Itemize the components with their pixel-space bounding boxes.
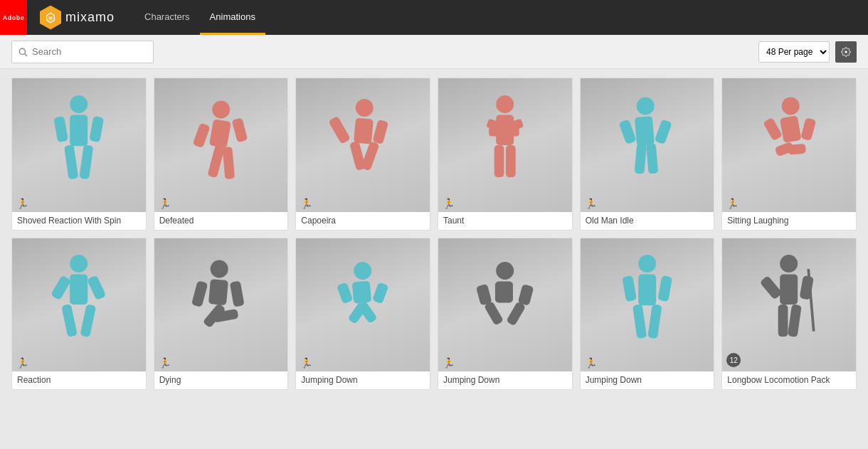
svg-rect-39 [801,117,817,141]
character-figure [742,251,835,358]
search-row: 48 Per page [0,35,868,69]
grid-item[interactable]: 🏃 Old Man Idle [580,78,715,231]
search-input[interactable] [32,46,147,57]
run-icon: 🏃 [443,357,455,369]
animation-thumbnail: 🏃 [581,78,714,212]
animation-label: Longbow Locomotion Pack [722,371,856,389]
svg-rect-18 [354,117,374,144]
nav-characters[interactable]: Characters [134,0,200,35]
svg-point-42 [70,255,88,273]
grid-item[interactable]: 🏃 Jumping Down [295,238,430,391]
svg-rect-14 [231,117,248,142]
svg-rect-67 [638,275,656,306]
animation-label: Reaction [12,371,146,389]
svg-point-72 [780,255,798,273]
svg-point-30 [636,97,654,115]
character-figure [458,251,551,358]
animation-label: Shoved Reaction With Spin [12,212,146,230]
svg-rect-65 [506,302,526,327]
svg-rect-29 [506,145,516,177]
grid-item[interactable]: 🏃 Sitting Laughing [721,78,857,231]
svg-rect-34 [634,143,646,174]
svg-rect-69 [657,275,672,302]
per-page-select[interactable]: 48 Per page [758,41,830,63]
grid-item[interactable]: 🏃 Capoeira [295,78,430,231]
svg-point-66 [638,255,656,273]
svg-point-54 [354,262,372,280]
svg-rect-9 [64,144,78,179]
run-icon: 🏃 [726,198,739,209]
animation-label: Dying [154,371,288,389]
grid-item[interactable]: 🏃 Shoved Reaction With Spin [11,78,147,231]
search-icon [18,47,28,57]
svg-rect-20 [373,119,389,144]
svg-rect-71 [647,305,662,339]
run-icon: 🏃 [300,357,312,369]
animation-thumbnail: 🏃 [12,78,146,212]
animation-label: Taunt [438,212,572,230]
svg-rect-73 [780,275,798,305]
search-container [11,41,154,63]
svg-rect-56 [337,282,354,305]
svg-rect-49 [208,279,228,305]
svg-rect-31 [635,116,655,146]
svg-rect-7 [53,116,68,142]
run-icon: 🏃 [300,198,312,209]
svg-rect-19 [329,116,351,144]
animation-thumbnail: 🏃 [12,238,146,372]
character-figure [32,251,125,358]
run-icon: 🏃 [443,198,455,209]
svg-rect-28 [494,145,504,177]
character-figure [174,92,268,199]
svg-rect-41 [788,144,806,155]
svg-rect-37 [780,115,802,143]
animation-thumbnail: 🏃 [154,238,288,372]
grid-item[interactable]: 🏃 Jumping Down [438,238,573,391]
main-nav: Characters Animations [134,0,265,35]
animation-thumbnail: 🏃 [438,238,572,372]
svg-rect-8 [89,116,104,142]
svg-rect-33 [654,119,672,144]
grid-item[interactable]: 🏃 Jumping Down [580,238,715,391]
animation-thumbnail: 🏃 [296,78,430,212]
character-figure [458,92,551,199]
adobe-logo: Adobe [0,0,27,35]
grid-item[interactable]: 🏃 Reaction [11,238,147,391]
right-controls: 48 Per page [758,41,857,63]
svg-rect-27 [489,127,519,137]
svg-point-4 [845,51,847,53]
character-figure [600,251,694,358]
character-figure [600,92,694,199]
grid-item[interactable]: 🏃 Defeated [154,78,289,231]
animation-label: Jumping Down [438,371,572,389]
nav-animations[interactable]: Animations [200,0,265,35]
settings-button[interactable] [835,41,857,63]
grid-item[interactable]: 12 Longbow Locomotion Pack [721,238,857,391]
svg-rect-45 [87,275,106,301]
svg-rect-6 [70,115,88,146]
svg-point-48 [210,260,228,278]
gear-icon [841,47,851,57]
svg-rect-64 [484,301,504,326]
svg-rect-22 [361,141,380,171]
character-figure [316,251,409,358]
character-figure [32,92,125,199]
mixamo-hex-icon: M [40,6,61,30]
svg-rect-70 [633,305,647,339]
grid-item[interactable]: 🏃 Dying [154,238,289,391]
animation-thumbnail: 🏃 [154,78,288,212]
svg-rect-12 [209,119,231,148]
svg-rect-51 [230,281,245,307]
svg-text:M: M [48,15,53,20]
grid-item[interactable]: 🏃 Taunt [438,78,573,231]
character-figure [742,92,835,199]
svg-rect-43 [70,275,88,305]
svg-rect-38 [763,117,783,142]
svg-rect-61 [495,282,513,303]
svg-rect-32 [618,119,636,144]
animation-thumbnail: 🏃 [296,238,430,372]
run-icon: 🏃 [16,198,28,209]
animation-thumbnail: 12 [722,238,856,372]
svg-rect-55 [352,281,372,304]
run-icon: 🏃 [159,198,171,209]
